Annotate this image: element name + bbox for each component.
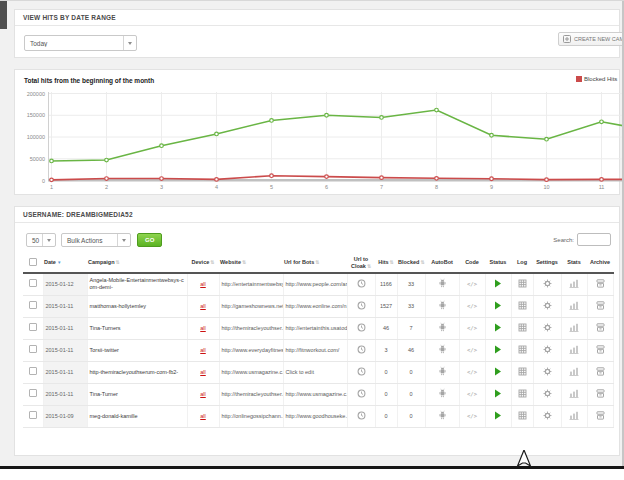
device-link[interactable]: all <box>200 347 206 353</box>
stats-icon[interactable] <box>569 323 579 332</box>
column-header-website[interactable]: Website⇅ <box>219 253 283 273</box>
gear-icon[interactable] <box>543 301 552 310</box>
cell-campaign: meg-donald-kamille <box>87 405 187 427</box>
clock-icon[interactable] <box>357 279 366 288</box>
archive-icon[interactable] <box>596 323 605 332</box>
gear-icon[interactable] <box>543 411 552 420</box>
stats-icon[interactable] <box>569 279 579 288</box>
device-link[interactable]: all <box>200 303 206 309</box>
column-header-url-for-bots[interactable]: Url for Bots⇅ <box>283 253 347 273</box>
chevron-down-icon <box>123 36 136 50</box>
autobot-icon[interactable] <box>438 366 447 376</box>
search-input[interactable] <box>577 233 611 246</box>
play-icon[interactable] <box>494 323 502 332</box>
stats-icon[interactable] <box>569 345 579 354</box>
column-header-campaign[interactable]: Campaign⇅ <box>87 253 187 273</box>
column-header-date[interactable]: Date▼ <box>43 253 87 273</box>
cell-settings <box>533 383 561 405</box>
play-icon[interactable] <box>494 279 502 288</box>
column-header-blocked[interactable]: Blocked⇅ <box>397 253 425 273</box>
play-icon[interactable] <box>494 389 502 398</box>
play-icon[interactable] <box>494 345 502 354</box>
cell-settings <box>533 317 561 339</box>
clock-icon[interactable] <box>357 411 366 420</box>
play-icon[interactable] <box>494 411 502 420</box>
page-size-select[interactable]: 50 <box>26 233 56 247</box>
device-link[interactable]: all <box>200 369 206 375</box>
autobot-icon[interactable] <box>438 322 447 332</box>
row-checkbox[interactable] <box>29 411 37 419</box>
cell-stats <box>561 295 587 317</box>
clock-icon[interactable] <box>357 345 366 354</box>
create-campaign-button[interactable]: CREATE NEW CAMPAIGN <box>558 32 624 46</box>
archive-icon[interactable] <box>596 389 605 398</box>
table-row: 2015-01-11http-themiracleyouthserum-com-… <box>23 361 613 383</box>
archive-icon[interactable] <box>596 367 605 376</box>
stats-icon[interactable] <box>569 367 579 376</box>
device-link[interactable]: all <box>200 281 206 287</box>
cell-log <box>511 273 533 295</box>
archive-icon[interactable] <box>596 279 605 288</box>
clock-icon[interactable] <box>357 301 366 310</box>
column-header-hits[interactable]: Hits⇅ <box>375 253 397 273</box>
device-link[interactable]: all <box>200 413 206 419</box>
log-icon[interactable] <box>518 389 527 398</box>
device-link[interactable]: all <box>200 391 206 397</box>
column-label: Status <box>490 259 507 265</box>
clock-icon[interactable] <box>357 389 366 398</box>
play-icon[interactable] <box>494 301 502 310</box>
x-tick-label: 8 <box>430 184 444 190</box>
cell-url-for-bots: http://www.goodhouseke... <box>283 405 347 427</box>
select-all-checkbox[interactable] <box>29 258 37 266</box>
log-icon[interactable] <box>518 367 527 376</box>
log-icon[interactable] <box>518 411 527 420</box>
autobot-icon[interactable] <box>438 278 447 288</box>
row-checkbox[interactable] <box>29 367 37 375</box>
row-checkbox[interactable] <box>29 301 37 309</box>
clock-icon[interactable] <box>357 323 366 332</box>
play-icon[interactable] <box>494 367 502 376</box>
autobot-icon[interactable] <box>438 300 447 310</box>
gear-icon[interactable] <box>543 367 552 376</box>
archive-icon[interactable] <box>596 345 605 354</box>
column-label: Device <box>192 259 210 265</box>
gear-icon[interactable] <box>543 345 552 354</box>
gear-icon[interactable] <box>543 279 552 288</box>
archive-icon[interactable] <box>596 301 605 310</box>
column-header-device[interactable]: Device⇅ <box>187 253 219 273</box>
gear-icon[interactable] <box>543 323 552 332</box>
autobot-icon[interactable] <box>438 410 447 420</box>
autobot-icon[interactable] <box>438 344 447 354</box>
cell-url-for-bots: http://www.eonline.com/n... <box>283 295 347 317</box>
autobot-icon[interactable] <box>438 388 447 398</box>
cell-log <box>511 383 533 405</box>
cell-date: 2015-01-11 <box>43 339 87 361</box>
y-tick-label: 100000 <box>17 134 45 140</box>
stats-icon[interactable] <box>569 301 579 310</box>
column-header-code: Code <box>459 253 485 273</box>
log-icon[interactable] <box>518 323 527 332</box>
stats-icon[interactable] <box>569 411 579 420</box>
go-button[interactable]: GO <box>137 233 162 247</box>
gear-icon[interactable] <box>543 389 552 398</box>
device-link[interactable]: all <box>200 325 206 331</box>
row-checkbox[interactable] <box>29 323 37 331</box>
cell-url-to-cloak <box>347 273 375 295</box>
log-icon[interactable] <box>518 279 527 288</box>
column-header-stats: Stats <box>561 253 587 273</box>
archive-icon[interactable] <box>596 411 605 420</box>
row-checkbox[interactable] <box>29 279 37 287</box>
x-tick-label: 3 <box>155 184 169 190</box>
stats-icon[interactable] <box>569 389 579 398</box>
row-checkbox[interactable] <box>29 345 37 353</box>
cell-url-to-cloak <box>347 383 375 405</box>
bulk-actions-select[interactable]: Bulk Actions <box>61 233 131 247</box>
log-icon[interactable] <box>518 301 527 310</box>
log-icon[interactable] <box>518 345 527 354</box>
clock-icon[interactable] <box>357 367 366 376</box>
row-checkbox[interactable] <box>29 389 37 397</box>
y-tick-label: 0 <box>17 178 45 184</box>
column-header-url-to-cloak[interactable]: Url to Cloak⇅ <box>347 253 375 273</box>
cell-website: http://gameshownews.net <box>219 295 283 317</box>
date-range-select[interactable]: Today <box>24 35 137 51</box>
